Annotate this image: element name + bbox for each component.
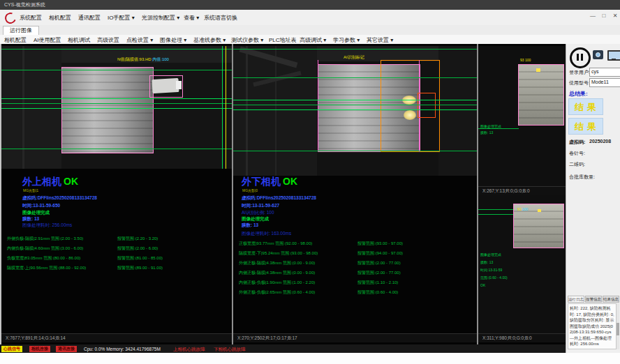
machine-column [1,46,61,169]
status-bar: 心跳信号 相机连接 通讯连接 Cpu: 0.0% Memory: 3424.41… [0,344,566,353]
overlay-line: 范围:(0.60 - 4.00) [480,275,508,280]
left-film-line: 膜数: 13 [22,216,39,222]
alarm-range: 报警范围:(2.20 - 3.20) [117,236,158,242]
total-result-label: 总结果: [569,90,588,98]
login-user-field[interactable]: cys [589,68,620,77]
tab-run-image-label: 运行图像 [10,27,32,33]
middle-elapsed-line: 图像处理耗时: 163.00ms [242,231,291,237]
menu-item-system-config[interactable]: 系统配置 [20,14,42,22]
right-top-camera-image[interactable]: 93 100 图像处理完成 膜数: 13 [478,46,566,186]
maximize-button[interactable]: □ [599,13,609,19]
menu-item-io-config[interactable]: IO手配置 ▾ [108,14,135,22]
middle-camera-image[interactable]: AI识别标记 [233,46,477,176]
menubar: 系统配置 相机配置 通讯配置 IO手配置 ▾ 光源控制配置 ▾ 查看 ▾ 系统语… [0,10,620,26]
log-tab-result[interactable]: 结果信息 [603,296,619,303]
tab-connector-tip [176,81,182,89]
left-camera-title: 外上相机OK [22,176,78,188]
overlay-line: 时间:13-31-59 [480,268,502,272]
log-tab-run[interactable]: 运行日志 [568,296,584,303]
tool-ai-config[interactable]: AI使用配置 [34,36,61,44]
alarm-range: 报警范围:(94.00 - 97.00) [357,250,403,257]
log-scrollbar[interactable] [617,303,619,349]
result-box-1: 结果 [568,98,603,115]
batch-count-label: 合批库数量: [569,174,595,181]
virtual-code-value: 20250208 [589,139,611,144]
tool-plc-address[interactable]: PLC地址表 [269,36,297,44]
guide-line [233,109,477,110]
middle-pixel-status: X:270;Y:2502;R:17;G:17;B:17 [233,333,477,342]
left-time-line: 时间:13-31-59-650 [22,203,60,209]
app-logo-icon [3,10,17,25]
middle-camera-title: 外下相机OK [242,176,297,188]
titlebar: CYS-视觉检测系统 [0,0,620,10]
camera-icon-button[interactable] [593,50,603,59]
overlay-line: 图像处理完成 [480,124,501,128]
tool-image-process[interactable]: 图像处理 ▾ [160,36,186,44]
menu-item-camera-config[interactable]: 相机配置 [49,14,71,22]
machine-detail [275,46,276,176]
image-annotation: N值|隔膜值:93.HD 内值:100 [117,56,169,63]
alarm-range: 报警范围:(0.60 - 4.00) [357,289,398,296]
tool-camera-config[interactable]: 相机配置 [4,36,27,44]
measurement: 外侧正极-负极|2.65mm 范围:(0.60 - 4.00) [239,289,315,296]
guide-line [478,209,513,210]
menu-item-comm-config[interactable]: 通讯配置 [78,14,101,22]
guide-line [478,214,513,215]
measurement: 正极宽度|93.77mm 范围:(92.00 - 98.00) [239,241,312,247]
tool-camera-debug[interactable]: 相机调试 [68,36,90,44]
middle-code-line: 虚拟码:DFFlins20250208133134728 [242,195,316,202]
right-top-pixel-status: X:267;Y:13;R:0;G:0;B:0 [478,186,566,195]
guide-line [233,77,477,78]
model-field[interactable]: Mode11 [589,78,620,87]
measurement: 内侧正极-隔膜|4.38mm 范围:(0.00 - 9.00) [239,270,315,276]
model-label: 使用型号: [569,79,590,86]
alarm-range: 报警范围:(81.00 - 85.00) [117,255,163,261]
overlay-line: 膜数: 13 [480,260,493,264]
guide-line [1,103,232,104]
measurement: 外侧正极-隔膜|4.38mm 范围:(0.00 - 9.00) [239,260,315,266]
alarm-range: 报警范围:(89.00 - 91.00) [117,265,163,271]
pause-button[interactable] [570,47,591,68]
tool-spotcheck-set[interactable]: 点检设置 ▾ [126,36,153,44]
right-bottom-camera-image[interactable]: 93 100 图像处理完成 膜数: 13 时间:13-31-59 范围:(0.6… [478,195,566,333]
marker-line-vertical [318,60,318,152]
defect-box [418,93,436,118]
log-tab-alarm[interactable]: 报警信息 [585,296,602,303]
tool-advanced-debug[interactable]: 高级调试 ▾ [300,36,326,44]
highlight-dot [536,68,540,72]
measurement: 内侧负极-隔膜|4.60mm 范围:(3.00 - 6.00) [7,245,83,252]
tool-learn-params[interactable]: 学习参数 ▾ [333,36,360,44]
window-title: CYS-视觉检测系统 [4,1,45,8]
monitor-icon-button[interactable] [607,50,620,61]
menu-item-light-config[interactable]: 光源控制配置 ▾ [142,14,179,22]
left-code-line: 虚拟码:DFFlins20250208133134728 [22,195,97,202]
alarm-range: 报警范围:(2.00 - 77.00) [357,260,401,266]
machine-detail [246,46,248,176]
menu-item-language-switch[interactable]: 系统语言切换 [204,14,237,22]
tab-strip: 运行图像 [0,25,620,36]
tool-tester-params[interactable]: 测试仪参数 ▾ [231,36,263,44]
left-camera-image[interactable]: N值|隔膜值:93.HD 内值:100 [1,46,232,169]
close-button[interactable]: ✕ [610,13,620,19]
highlight-dot [538,209,541,212]
comm-link-badge: 通讯连接 [56,346,77,352]
tab-run-image[interactable]: 运行图像 [3,26,39,35]
cell-stack-left [61,67,154,153]
guide-line [1,108,232,109]
guide-line [1,49,232,50]
middle-film-line: 膜数: 13 [242,222,258,229]
minimize-button[interactable]: — [588,13,598,19]
right-bottom-pixel-status: X:311;Y:980;R:0;G:0;B:0 [478,333,566,342]
tool-advanced-set[interactable]: 高级设置 [97,36,119,44]
tool-baseline-params[interactable]: 基准线参数 ▾ [193,36,226,44]
tool-other-settings[interactable]: 其它设置 ▾ [367,36,393,44]
log-textarea[interactable]: 耗时: 222, 缺陷检测耗时: 17, 缺陷分类耗时: 0, 缺陷提取分区耗时… [568,303,617,349]
menu-item-view[interactable]: 查看 ▾ [184,14,199,22]
bottom-strip [0,353,620,364]
qr-code-label: 二维码: [569,161,585,168]
heartbeat-badge: 心跳信号 [1,346,22,352]
middle-sub-label: MG光影|0 [242,188,258,192]
middle-done-line: 图像处理完成 [242,216,269,222]
needle-no-label: 卷针号: [569,150,585,157]
guide-line-vertical [222,46,223,169]
